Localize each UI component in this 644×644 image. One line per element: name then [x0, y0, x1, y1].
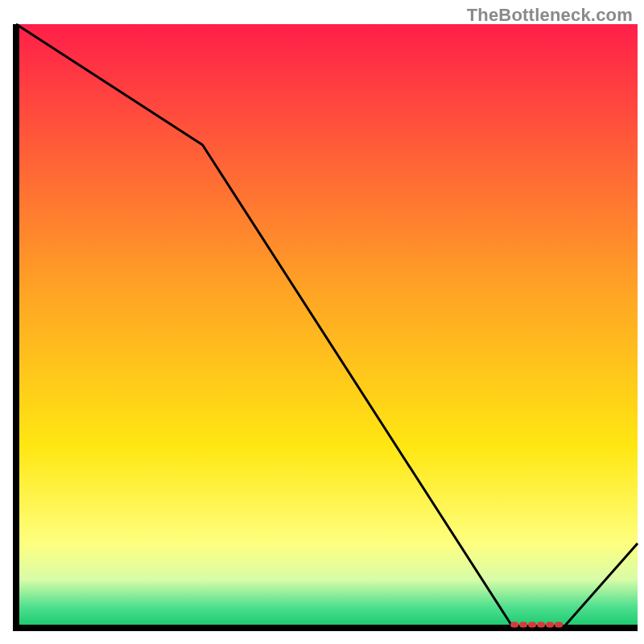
gradient-background	[16, 24, 638, 628]
watermark-text: TheBottleneck.com	[467, 5, 633, 26]
chart-container: TheBottleneck.com	[0, 0, 644, 644]
bottleneck-chart	[0, 0, 644, 644]
